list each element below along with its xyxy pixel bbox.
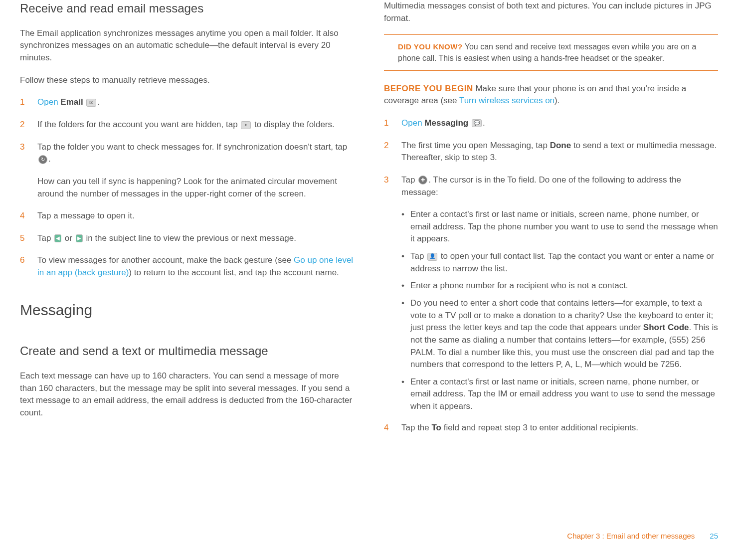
step-4: 4 Tap a message to open it.	[20, 210, 354, 222]
footer-chapter: Chapter 3 : Email and other messages	[567, 531, 695, 542]
step-number: 3	[20, 141, 37, 200]
done-label: Done	[550, 141, 571, 150]
step-3: 3 Tap the folder you want to check messa…	[20, 141, 354, 200]
sync-icon: ↻	[38, 155, 47, 164]
para-sync-intro: The Email application synchronizes messa…	[20, 27, 354, 64]
step-number: 1	[384, 117, 401, 130]
prev-arrow-icon: ◀	[54, 234, 61, 242]
bullet-text: Tap 👤 to open your full contact list. Ta…	[410, 250, 718, 275]
step-6: 6 To view messages for another account, …	[20, 254, 354, 279]
bullet-mark: •	[401, 376, 410, 413]
heading-receive-read: Receive and read email messages	[20, 0, 354, 17]
before-you-begin: BEFORE YOU BEGIN Make sure that your pho…	[384, 83, 718, 107]
para-follow-steps: Follow these steps to manually retrieve …	[20, 74, 354, 87]
para-mms-intro: Multimedia messages consist of both text…	[384, 0, 718, 24]
step-number: 4	[384, 422, 401, 434]
did-you-know-callout: did you know? You can send and receive t…	[384, 34, 718, 70]
bullet-mark: •	[401, 250, 410, 275]
step-text: Open Messaging 💬.	[401, 117, 718, 130]
wireless-link: Turn wireless services on	[459, 96, 554, 105]
expand-folders-icon: ▸	[241, 121, 251, 129]
bullet-text: Enter a contact's first or last name or …	[410, 208, 718, 245]
bullet-item: • Do you need to enter a short code that…	[401, 297, 718, 371]
step-1: 1 Open Messaging 💬.	[384, 117, 718, 130]
step-2: 2 The first time you open Messaging, tap…	[384, 140, 718, 164]
left-column: Receive and read email messages The Emai…	[20, 0, 354, 524]
app-name-messaging: Messaging	[424, 118, 468, 128]
step-number: 2	[20, 119, 37, 131]
bullet-item: • Enter a contact's first or last name o…	[401, 208, 718, 245]
bullet-text: Enter a phone number for a recipient who…	[410, 280, 628, 292]
bullet-item: • Enter a phone number for a recipient w…	[401, 280, 718, 292]
open-link: Open	[401, 118, 422, 128]
step-number: 5	[20, 232, 37, 245]
step-number: 1	[20, 96, 37, 109]
step-5: 5 Tap ◀ or ▶ in the subject line to view…	[20, 232, 354, 245]
bullet-mark: •	[401, 208, 410, 245]
step-number: 6	[20, 254, 37, 279]
step-2: 2 If the folders for the account you wan…	[20, 119, 354, 131]
step-note: How can you tell if sync is happening? L…	[37, 176, 354, 200]
bullet-mark: •	[401, 280, 410, 292]
step-number: 2	[384, 140, 401, 164]
para-160-chars: Each text message can have up to 160 cha…	[20, 370, 354, 419]
new-message-icon: ✚	[418, 176, 427, 185]
step-number: 4	[20, 210, 37, 222]
bullet-text: Enter a contact's first or last name or …	[410, 376, 718, 413]
step-1: 1 Open Email ✉.	[20, 96, 354, 109]
messaging-icon: 💬	[472, 119, 482, 127]
step-text: To view messages for another account, ma…	[37, 254, 354, 279]
step-text: Tap ◀ or ▶ in the subject line to view t…	[37, 232, 354, 245]
email-icon: ✉	[86, 99, 96, 107]
step-number: 3	[384, 174, 401, 198]
step-text: Open Email ✉.	[37, 96, 354, 109]
bullet-item: • Tap 👤 to open your full contact list. …	[401, 250, 718, 275]
app-name-email: Email	[60, 97, 83, 107]
dyk-label: did you know?	[398, 42, 463, 51]
heading-messaging: Messaging	[20, 299, 354, 321]
bullet-item: • Enter a contact's first or last name o…	[401, 376, 718, 413]
step-text: Tap a message to open it.	[37, 210, 354, 222]
step-text: Tap ✚. The cursor is in the To field. Do…	[401, 174, 718, 198]
heading-create-send: Create and send a text or multimedia mes…	[20, 343, 354, 360]
right-column: Multimedia messages consist of both text…	[384, 0, 718, 524]
short-code-label: Short Code	[643, 323, 689, 332]
step-3: 3 Tap ✚. The cursor is in the To field. …	[384, 174, 718, 198]
step-text: The first time you open Messaging, tap D…	[401, 140, 718, 164]
step-text: Tap the To field and repeat step 3 to en…	[401, 422, 718, 434]
bullet-mark: •	[401, 297, 410, 371]
page-footer: Chapter 3 : Email and other messages 25	[20, 524, 718, 542]
step-4: 4 Tap the To field and repeat step 3 to …	[384, 422, 718, 434]
step-text: If the folders for the account you want …	[37, 119, 354, 131]
bullet-list: • Enter a contact's first or last name o…	[401, 208, 718, 413]
to-field-label: To	[432, 423, 442, 432]
open-link: Open	[37, 97, 58, 107]
step-text: Tap the folder you want to check message…	[37, 141, 354, 200]
next-arrow-icon: ▶	[76, 234, 83, 242]
byb-label: BEFORE YOU BEGIN	[384, 84, 473, 93]
contacts-icon: 👤	[427, 253, 437, 261]
bullet-text: Do you need to enter a short code that c…	[410, 297, 718, 371]
footer-page-number: 25	[710, 531, 718, 542]
